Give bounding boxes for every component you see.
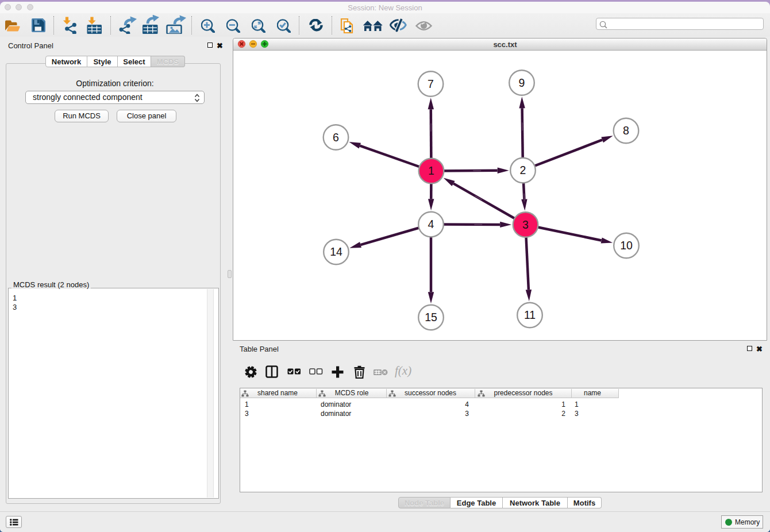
svg-text:3: 3 xyxy=(522,218,529,231)
svg-text:9: 9 xyxy=(519,76,525,89)
svg-text:8: 8 xyxy=(623,124,629,137)
svg-text:15: 15 xyxy=(425,311,437,323)
svg-text:4: 4 xyxy=(428,218,434,230)
svg-text:10: 10 xyxy=(620,239,633,252)
svg-text:11: 11 xyxy=(524,309,536,321)
svg-text:2: 2 xyxy=(520,164,526,176)
svg-text:1: 1 xyxy=(428,164,434,177)
svg-text:14: 14 xyxy=(330,245,342,258)
svg-text:6: 6 xyxy=(333,131,339,144)
svg-text:7: 7 xyxy=(428,78,434,90)
